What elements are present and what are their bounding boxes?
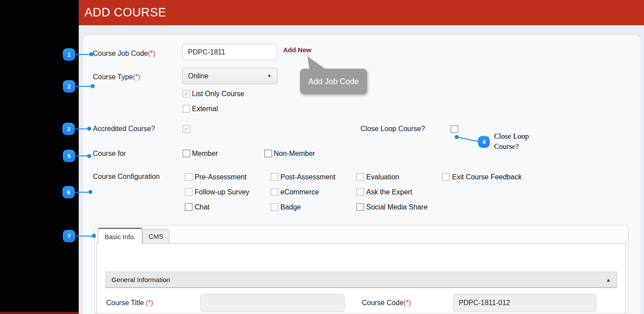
accredited-course-checkbox[interactable]: ✓ xyxy=(183,125,190,133)
course-job-code-label: Course Job Code(*) xyxy=(93,50,155,58)
collapse-icon[interactable]: ▲ xyxy=(606,277,611,283)
annotation-badge-5: 5 xyxy=(63,150,75,162)
add-new-link[interactable]: Add New xyxy=(283,46,311,54)
page-title: ADD COURSE xyxy=(84,0,166,25)
annotation-dot-1 xyxy=(89,52,93,56)
badge-checkbox[interactable] xyxy=(271,203,278,211)
chat-checkbox[interactable] xyxy=(185,203,192,211)
annotation-dot-6 xyxy=(88,190,92,194)
follow-up-survey-checkbox[interactable] xyxy=(185,188,192,196)
non-member-label: Non-Member xyxy=(274,150,315,157)
pre-assessment-checkbox[interactable] xyxy=(185,173,192,181)
annotation-badge-2: 2 xyxy=(63,80,75,93)
evaluation-label: Evaluation xyxy=(366,173,399,181)
annotation-dot-4 xyxy=(455,135,459,139)
annotation-dot-7 xyxy=(92,234,96,238)
external-checkbox[interactable] xyxy=(183,105,190,112)
annotation-badge-1: 1 xyxy=(63,48,75,61)
close-loop-course-label: Close Loop Course? xyxy=(360,125,425,133)
add-job-code-tooltip: Add Job Code xyxy=(300,69,367,94)
general-information-header[interactable]: General Information ▲ xyxy=(105,271,617,288)
pre-assessment-label: Pre-Assessment xyxy=(195,173,246,181)
chevron-down-icon: ▼ xyxy=(267,74,272,78)
page: ADD COURSE Course Job Code(*) Add New Ad… xyxy=(0,0,644,314)
member-label: Member xyxy=(192,150,218,157)
course-title-input[interactable] xyxy=(200,294,345,312)
course-title-label: Course Title(*) xyxy=(106,299,153,307)
exit-course-feedback-checkbox[interactable] xyxy=(442,173,450,181)
chat-label: Chat xyxy=(195,203,210,211)
member-checkbox[interactable] xyxy=(183,150,190,157)
course-code-input[interactable] xyxy=(453,294,596,312)
social-media-share-checkbox[interactable] xyxy=(356,203,364,211)
sidebar-bottom-strip xyxy=(0,312,79,314)
follow-up-survey-label: Follow-up Survey xyxy=(195,188,249,196)
ecommerce-label: eCommerce xyxy=(280,188,319,196)
external-label: External xyxy=(192,105,218,112)
post-assessment-label: Post-Assessment xyxy=(280,173,335,181)
list-only-course-label: List Only Course xyxy=(192,90,244,97)
badge-label: Badge xyxy=(280,203,301,211)
annotation-line-1 xyxy=(75,54,90,55)
exit-course-feedback-label: Exit Course Feedback xyxy=(452,173,521,181)
annotation-badge-4: 4 xyxy=(478,136,490,147)
post-assessment-checkbox[interactable] xyxy=(271,173,278,181)
annotation-line-3 xyxy=(75,128,88,129)
page-header: ADD COURSE xyxy=(79,0,644,25)
course-job-code-input[interactable] xyxy=(182,44,277,60)
general-information-title: General Information xyxy=(111,276,170,283)
close-loop-course-checkbox[interactable] xyxy=(451,125,458,133)
annotation-line-2 xyxy=(75,86,92,87)
course-type-value: Online xyxy=(188,72,208,80)
annotation-line-5 xyxy=(75,155,88,156)
annotation-badge-6: 6 xyxy=(62,186,75,198)
accredited-course-label: Accredited Course? xyxy=(93,125,155,133)
annotation-line-6 xyxy=(75,192,89,193)
course-configuration-label: Course Configuration xyxy=(93,173,160,181)
annotation-dot-5 xyxy=(87,154,91,158)
evaluation-checkbox[interactable] xyxy=(356,173,364,181)
annotation-badge-3: 3 xyxy=(62,123,75,135)
annotation-dot-3 xyxy=(87,127,91,131)
course-type-label: Course Type(*) xyxy=(93,73,140,81)
course-for-label: Course for xyxy=(93,150,126,158)
non-member-checkbox[interactable] xyxy=(264,150,272,157)
annotation-note-close-loop: Close Loop Course? xyxy=(494,131,547,151)
annotation-line-7 xyxy=(75,236,93,236)
ask-the-expert-checkbox[interactable] xyxy=(356,188,364,196)
list-only-course-checkbox[interactable]: ✓ xyxy=(183,90,190,97)
course-code-label: Course Code(*) xyxy=(362,299,411,307)
tab-basic-info[interactable]: Basic Info. xyxy=(98,228,142,244)
annotation-dot-2 xyxy=(91,84,95,88)
social-media-share-label: Social Media Share xyxy=(366,203,428,211)
annotation-badge-7: 7 xyxy=(63,230,75,242)
tab-cms[interactable]: CMS xyxy=(142,229,169,243)
ecommerce-checkbox[interactable] xyxy=(271,188,278,196)
ask-the-expert-label: Ask the Expert xyxy=(366,188,412,196)
course-type-select[interactable]: Online ▼ xyxy=(182,68,277,84)
